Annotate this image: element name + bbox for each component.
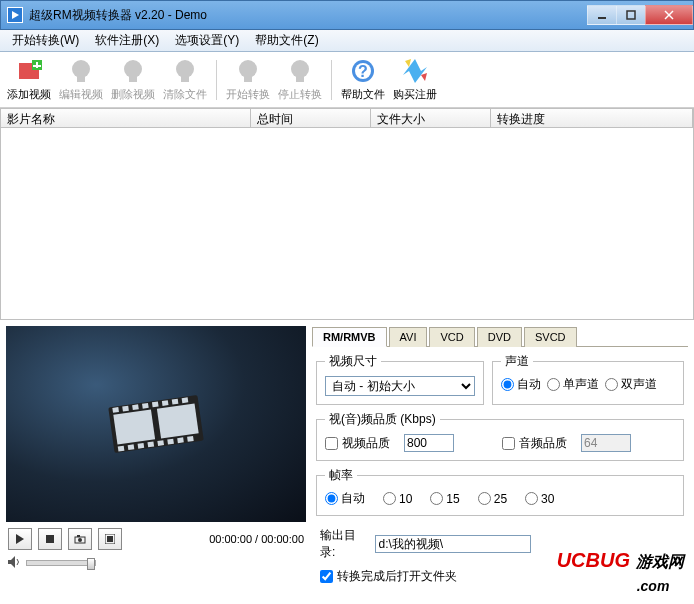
file-list[interactable] — [0, 128, 694, 320]
svg-rect-44 — [46, 535, 54, 543]
clear-files-label: 清除文件 — [163, 87, 207, 102]
volume-thumb[interactable] — [87, 558, 95, 570]
video-quality-check[interactable]: 视频品质 — [325, 435, 390, 452]
toolbar: 添加视频 编辑视频 删除视频 清除文件 开始转换 停止转换 ? 帮助文件 购买注… — [0, 52, 694, 108]
svg-point-46 — [78, 538, 82, 542]
channel-legend: 声道 — [501, 353, 533, 370]
stop-button[interactable] — [38, 528, 62, 550]
open-after-check[interactable]: 转换完成后打开文件夹 — [320, 568, 457, 585]
audio-quality-input[interactable] — [581, 434, 631, 452]
svg-rect-37 — [138, 443, 145, 449]
svg-rect-49 — [107, 536, 113, 542]
video-preview — [6, 326, 306, 522]
start-convert-label: 开始转换 — [226, 87, 270, 102]
svg-rect-47 — [77, 535, 80, 537]
svg-rect-27 — [112, 407, 119, 413]
column-name[interactable]: 影片名称 — [1, 109, 251, 127]
channel-stereo-radio[interactable]: 双声道 — [605, 376, 657, 393]
help-file-label: 帮助文件 — [341, 87, 385, 102]
svg-rect-7 — [33, 65, 41, 67]
svg-rect-41 — [177, 437, 184, 443]
svg-rect-26 — [157, 403, 199, 438]
svg-marker-0 — [12, 11, 19, 19]
fps-auto-radio[interactable]: 自动 — [325, 490, 365, 507]
column-size[interactable]: 文件大小 — [371, 109, 491, 127]
menu-bar: 开始转换(W) 软件注册(X) 选项设置(Y) 帮助文件(Z) — [0, 30, 694, 52]
stop-convert-button[interactable]: 停止转换 — [275, 55, 325, 105]
buy-icon — [401, 57, 429, 85]
title-bar: 超级RM视频转换器 v2.20 - Demo — [0, 0, 694, 30]
channel-mono-radio[interactable]: 单声道 — [547, 376, 599, 393]
edit-video-button[interactable]: 编辑视频 — [56, 55, 106, 105]
add-video-label: 添加视频 — [7, 87, 51, 102]
buy-register-button[interactable]: 购买注册 — [390, 55, 440, 105]
snapshot-button[interactable] — [68, 528, 92, 550]
channel-auto-radio[interactable]: 自动 — [501, 376, 541, 393]
svg-rect-36 — [128, 444, 135, 450]
help-file-button[interactable]: ? 帮助文件 — [338, 55, 388, 105]
svg-marker-50 — [8, 556, 15, 568]
svg-point-12 — [176, 60, 194, 78]
column-time[interactable]: 总时间 — [251, 109, 371, 127]
start-convert-button[interactable]: 开始转换 — [223, 55, 273, 105]
tab-svcd[interactable]: SVCD — [524, 327, 577, 347]
fps-15-radio[interactable]: 15 — [430, 492, 459, 506]
remove-video-icon — [119, 57, 147, 85]
svg-rect-38 — [147, 442, 154, 448]
tab-rm-rmvb[interactable]: RM/RMVB — [312, 327, 387, 347]
output-dir-label: 输出目录: — [320, 527, 369, 561]
clear-files-icon — [171, 57, 199, 85]
maximize-button[interactable] — [616, 5, 646, 25]
svg-rect-39 — [157, 440, 164, 446]
filmstrip-icon — [101, 387, 211, 461]
app-icon — [7, 7, 23, 23]
toolbar-separator — [331, 60, 332, 100]
svg-rect-2 — [627, 11, 635, 19]
svg-rect-17 — [296, 76, 304, 82]
volume-slider[interactable] — [26, 560, 96, 566]
toolbar-separator — [216, 60, 217, 100]
help-icon: ? — [349, 57, 377, 85]
svg-rect-28 — [122, 406, 129, 412]
playback-time: 00:00:00 / 00:00:00 — [209, 533, 304, 545]
menu-register[interactable]: 软件注册(X) — [87, 30, 167, 51]
tab-dvd[interactable]: DVD — [477, 327, 522, 347]
fps-legend: 帧率 — [325, 467, 357, 484]
svg-rect-33 — [172, 399, 179, 405]
remove-video-button[interactable]: 删除视频 — [108, 55, 158, 105]
remove-video-label: 删除视频 — [111, 87, 155, 102]
video-size-select[interactable]: 自动 - 初始大小 — [325, 376, 475, 396]
fps-25-radio[interactable]: 25 — [478, 492, 507, 506]
svg-rect-34 — [182, 397, 189, 403]
svg-point-16 — [291, 60, 309, 78]
minimize-button[interactable] — [587, 5, 617, 25]
clear-files-button[interactable]: 清除文件 — [160, 55, 210, 105]
svg-rect-9 — [77, 76, 85, 82]
start-convert-icon — [234, 57, 262, 85]
buy-register-label: 购买注册 — [393, 87, 437, 102]
stop-convert-icon — [286, 57, 314, 85]
play-button[interactable] — [8, 528, 32, 550]
svg-rect-35 — [118, 446, 125, 452]
menu-start-convert[interactable]: 开始转换(W) — [4, 30, 87, 51]
svg-rect-11 — [129, 76, 137, 82]
add-video-button[interactable]: 添加视频 — [4, 55, 54, 105]
output-dir-input[interactable] — [375, 535, 531, 553]
fps-10-radio[interactable]: 10 — [383, 492, 412, 506]
tab-vcd[interactable]: VCD — [429, 327, 474, 347]
video-size-legend: 视频尺寸 — [325, 353, 381, 370]
window-title: 超级RM视频转换器 v2.20 - Demo — [29, 7, 207, 24]
video-quality-input[interactable] — [404, 434, 454, 452]
column-progress[interactable]: 转换进度 — [491, 109, 693, 127]
menu-help[interactable]: 帮助文件(Z) — [247, 30, 326, 51]
svg-rect-40 — [167, 439, 174, 445]
close-button[interactable] — [645, 5, 693, 25]
menu-options[interactable]: 选项设置(Y) — [167, 30, 247, 51]
fullscreen-button[interactable] — [98, 528, 122, 550]
fps-30-radio[interactable]: 30 — [525, 492, 554, 506]
svg-rect-15 — [244, 76, 252, 82]
svg-rect-30 — [142, 403, 149, 409]
audio-quality-check[interactable]: 音频品质 — [502, 435, 567, 452]
tab-avi[interactable]: AVI — [389, 327, 428, 347]
svg-rect-25 — [113, 410, 155, 445]
